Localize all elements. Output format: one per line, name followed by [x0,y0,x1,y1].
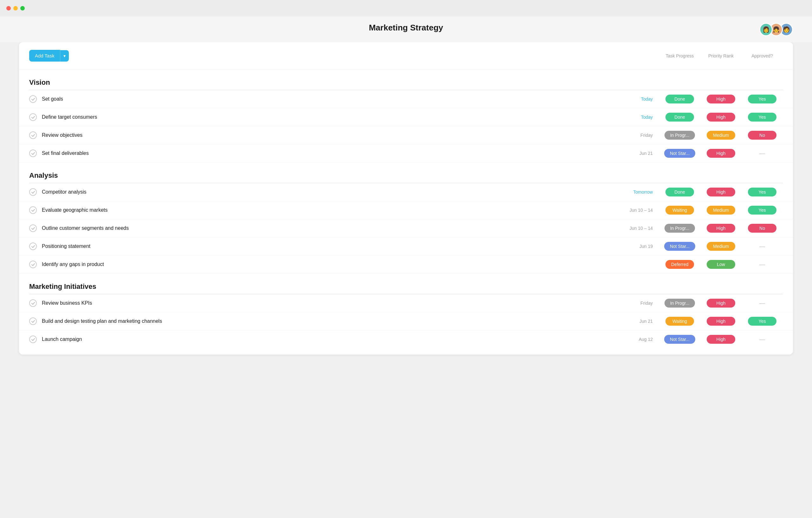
priority-badge[interactable]: High [707,335,735,344]
progress-badge[interactable]: Waiting [665,317,694,326]
check-icon[interactable] [29,261,37,268]
progress-badge[interactable]: Deferred [665,260,694,269]
priority-badge[interactable]: High [707,299,735,307]
table-row[interactable]: Competitor analysisTomorrowDoneHighYes [19,183,793,201]
task-priority-col: Low [700,260,742,269]
approved-badge[interactable]: Yes [748,94,777,104]
task-name: Competitor analysis [42,189,618,195]
task-priority-col: High [700,94,742,104]
priority-badge[interactable]: High [707,188,735,196]
priority-badge[interactable]: Medium [707,131,735,140]
check-icon[interactable] [29,149,37,157]
task-priority-col: High [700,149,742,158]
task-name: Review objectives [42,132,618,138]
progress-badge[interactable]: In Progr... [665,224,695,233]
approved-badge[interactable]: Yes [748,206,777,215]
task-approved-col: — [742,335,783,344]
table-row[interactable]: Launch campaignAug 12Not Star...High— [19,330,793,348]
table-row[interactable]: Define target consumersTodayDoneHighYes [19,108,793,126]
progress-badge[interactable]: Not Star... [664,335,695,344]
approved-badge[interactable]: No [748,224,777,233]
task-columns: DoneHighYes [659,94,783,104]
task-progress-col: Not Star... [659,149,700,158]
task-approved-col: No [742,131,783,140]
priority-badge[interactable]: High [707,94,735,104]
task-approved-col: — [742,299,783,307]
priority-badge[interactable]: Low [707,260,735,269]
task-name: Launch campaign [42,336,618,342]
check-icon[interactable] [29,335,37,343]
check-icon[interactable] [29,95,37,103]
section-title-0: Vision [29,78,50,87]
add-task-dropdown[interactable]: ▾ [60,50,69,61]
progress-badge[interactable]: In Progr... [665,131,695,140]
task-progress-col: In Progr... [659,224,700,233]
check-icon[interactable] [29,188,37,196]
approved-badge[interactable]: No [748,131,777,140]
task-progress-col: In Progr... [659,131,700,140]
task-date: Today [618,115,653,120]
table-row[interactable]: Review business KPIsFridayIn Progr...Hig… [19,294,793,312]
traffic-light-red[interactable] [6,6,11,10]
task-name: Positioning statement [42,243,618,249]
progress-badge[interactable]: In Progr... [665,299,695,307]
task-date: Friday [618,133,653,138]
check-icon[interactable] [29,299,37,307]
avatar-1: 👩 [759,23,773,36]
progress-badge[interactable]: Not Star... [664,242,695,251]
check-icon[interactable] [29,318,37,325]
approved-badge[interactable]: Yes [748,317,777,326]
table-row[interactable]: Evaluate geographic marketsJun 10 – 14Wa… [19,201,793,219]
approved-dash: — [759,261,765,268]
progress-badge[interactable]: Not Star... [664,149,695,158]
check-icon[interactable] [29,224,37,232]
progress-badge[interactable]: Done [665,188,694,196]
priority-badge[interactable]: High [707,113,735,121]
add-task-button[interactable]: Add Task [29,50,60,61]
table-row[interactable]: Build and design testing plan and market… [19,312,793,330]
progress-badge[interactable]: Done [665,113,694,121]
progress-badge[interactable]: Done [665,94,694,104]
task-name: Set final deliverables [42,151,618,156]
task-columns: DeferredLow— [659,260,783,269]
task-date: Today [618,97,653,102]
section-header-1: Analysis [19,163,793,183]
task-priority-col: Medium [700,242,742,251]
task-name: Review business KPIs [42,300,618,306]
priority-badge[interactable]: High [707,317,735,326]
task-name: Identify any gaps in product [42,262,618,267]
table-row[interactable]: Identify any gaps in productDeferredLow— [19,255,793,274]
traffic-light-yellow[interactable] [13,6,18,10]
task-progress-col: In Progr... [659,299,700,307]
task-priority-col: High [700,317,742,326]
progress-badge[interactable]: Waiting [665,206,694,215]
task-date: Friday [618,301,653,306]
approved-badge[interactable]: Yes [748,113,777,121]
task-name: Outline customer segments and needs [42,225,618,231]
table-row[interactable]: Outline customer segments and needsJun 1… [19,219,793,238]
task-date: Aug 12 [618,337,653,342]
task-priority-col: High [700,299,742,307]
priority-badge[interactable]: High [707,149,735,158]
table-row[interactable]: Set final deliverablesJun 21Not Star...H… [19,144,793,163]
traffic-light-green[interactable] [20,6,25,10]
check-icon[interactable] [29,113,37,121]
page-header: Marketing Strategy 👩 👧 🧑 [0,17,812,42]
check-icon[interactable] [29,206,37,214]
section-title-2: Marketing Initiatives [29,282,96,291]
sections-container: VisionSet goalsTodayDoneHighYesDefine ta… [19,70,793,348]
check-icon[interactable] [29,243,37,250]
table-row[interactable]: Set goalsTodayDoneHighYes [19,90,793,108]
task-approved-col: No [742,224,783,233]
check-icon[interactable] [29,131,37,139]
task-columns: Not Star...Medium— [659,242,783,251]
task-approved-col: Yes [742,113,783,121]
table-row[interactable]: Review objectivesFridayIn Progr...Medium… [19,126,793,144]
priority-badge[interactable]: High [707,224,735,233]
approved-badge[interactable]: Yes [748,188,777,196]
priority-badge[interactable]: Medium [707,206,735,215]
task-priority-col: High [700,335,742,344]
table-row[interactable]: Positioning statementJun 19Not Star...Me… [19,238,793,255]
priority-badge[interactable]: Medium [707,242,735,251]
task-approved-col: Yes [742,94,783,104]
